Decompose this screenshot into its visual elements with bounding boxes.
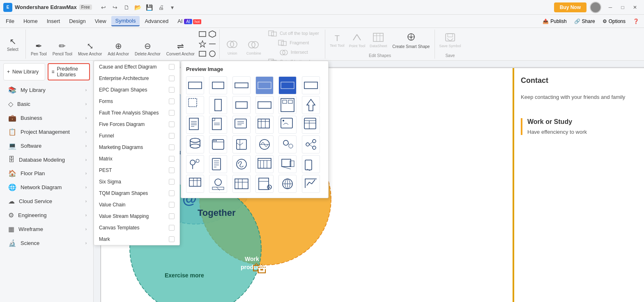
redo-button[interactable]: ↪ — [110, 2, 120, 12]
fragment-button[interactable]: Fragment — [265, 39, 322, 47]
preview-icon-28[interactable] — [255, 155, 274, 173]
preview-icon-15[interactable] — [232, 116, 251, 134]
sidebar-item-science[interactable]: 🔬 Science › — [2, 236, 92, 250]
sidebar-item-wireframe[interactable]: ▦ Wireframe › — [2, 222, 92, 236]
menu-insert[interactable]: Insert — [43, 16, 64, 26]
publish-button[interactable]: 📤 Publish — [539, 17, 570, 25]
more-button[interactable]: ▾ — [168, 2, 177, 12]
dropdown-cause-effect[interactable]: Cause and Effect Diagram — [94, 61, 179, 73]
sidebar-item-project-management[interactable]: 📋 Project Management › — [2, 125, 92, 139]
preview-icon-13[interactable] — [186, 116, 204, 134]
shape-line-icon[interactable] — [208, 39, 217, 48]
intersect-button[interactable]: Intersect — [265, 48, 322, 57]
preview-icon-12[interactable] — [302, 96, 320, 114]
text-tool-button[interactable]: T Text Tool — [328, 33, 347, 49]
dropdown-mark[interactable]: Mark — [94, 233, 179, 245]
shape-rect-icon[interactable] — [198, 30, 207, 39]
cause-effect-checkbox[interactable] — [169, 64, 175, 70]
save-symbol-button[interactable]: Save Symbol — [437, 32, 462, 49]
preview-icon-29[interactable] — [278, 155, 297, 173]
preview-icon-1[interactable] — [186, 76, 204, 94]
dropdown-value-stream[interactable]: Value Stream Mapping — [94, 210, 179, 222]
canvas-checkbox[interactable] — [169, 225, 175, 231]
mark-checkbox[interactable] — [169, 236, 175, 242]
preview-icon-35[interactable] — [278, 175, 297, 193]
preview-icon-4[interactable] — [255, 76, 274, 94]
sidebar-item-business[interactable]: 💼 Business › — [2, 111, 92, 125]
sidebar-item-database-modeling[interactable]: 🗄 Database Modeling › — [2, 153, 92, 166]
sidebar-item-engineering[interactable]: ⚙ Engineering › — [2, 208, 92, 222]
epc-checkbox[interactable] — [169, 87, 175, 93]
preview-icon-6[interactable] — [302, 76, 320, 94]
dropdown-six-sigma[interactable]: Six Sigma — [94, 176, 179, 188]
sidebar-item-network-diagram[interactable]: 🌐 Network Diagram › — [2, 181, 92, 194]
close-button[interactable]: ✕ — [629, 2, 641, 13]
preview-icon-8[interactable] — [209, 96, 227, 114]
pen-tool-button[interactable]: ✒ Pen Tool — [28, 39, 49, 58]
preview-icon-5[interactable] — [278, 76, 297, 94]
value-chain-checkbox[interactable] — [169, 202, 175, 208]
preview-icon-3[interactable] — [232, 76, 251, 94]
datasheet-button[interactable]: DataSheet — [368, 32, 389, 49]
buy-now-button[interactable]: Buy Now — [554, 2, 586, 12]
dropdown-forms[interactable]: Forms — [94, 96, 179, 107]
preview-icon-36[interactable] — [302, 175, 320, 193]
shape-hexagon-icon[interactable] — [208, 30, 217, 39]
sidebar-item-floor-plan[interactable]: 🏠 Floor Plan › — [2, 167, 92, 180]
five-forces-checkbox[interactable] — [169, 121, 175, 127]
dropdown-canvas[interactable]: Canvas Templates — [94, 222, 179, 233]
options-button[interactable]: ⚙ Options — [599, 17, 629, 25]
add-anchor-button[interactable]: ⊕ Add Anchor — [105, 39, 131, 58]
menu-symbols[interactable]: Symbols — [111, 16, 140, 26]
funnel-checkbox[interactable] — [169, 133, 175, 139]
save-file-button[interactable]: 💾 — [145, 2, 154, 12]
preview-icon-34[interactable] — [255, 175, 274, 193]
union-button[interactable]: Union — [222, 39, 243, 57]
six-sigma-checkbox[interactable] — [169, 179, 175, 185]
preview-icon-32[interactable] — [209, 175, 227, 193]
menu-advanced[interactable]: Advanced — [140, 16, 172, 26]
preview-icon-9[interactable] — [232, 96, 251, 114]
sidebar-item-cloud-service[interactable]: ☁ Cloud Service › — [2, 194, 92, 208]
cut-top-button[interactable]: Cut off the top layer — [265, 30, 322, 38]
dropdown-epc[interactable]: EPC Diagram Shapes — [94, 84, 179, 96]
combine-button[interactable]: Combine — [244, 39, 264, 57]
preview-icon-7[interactable] — [186, 96, 204, 114]
preview-icon-16[interactable] — [255, 116, 274, 134]
convert-anchor-button[interactable]: ⇌ Convert Anchor — [164, 39, 197, 58]
menu-ai[interactable]: AI AIhot — [173, 16, 205, 26]
menu-design[interactable]: Design — [65, 16, 90, 26]
preview-icon-21[interactable] — [232, 135, 251, 153]
delete-anchor-button[interactable]: ⊖ Delete Anchor — [132, 39, 163, 58]
shape-star-icon[interactable] — [198, 39, 207, 48]
predefine-libraries-button[interactable]: ≡ Predefine Libraries — [48, 63, 90, 80]
sidebar-item-my-library[interactable]: 📚 My Library › — [2, 83, 92, 97]
dropdown-matrix[interactable]: Matrix — [94, 153, 179, 165]
dropdown-pest[interactable]: PEST — [94, 165, 179, 176]
forms-checkbox[interactable] — [169, 98, 175, 104]
point-tool-button[interactable]: Point Tool — [347, 32, 367, 49]
preview-icon-24[interactable] — [302, 135, 320, 153]
preview-icon-2[interactable] — [209, 76, 227, 94]
preview-icon-23[interactable] — [278, 135, 297, 153]
dropdown-fault-tree[interactable]: Fault Tree Analysis Shapes — [94, 107, 179, 119]
dropdown-value-chain[interactable]: Value Chain — [94, 199, 179, 210]
menu-view[interactable]: View — [91, 16, 110, 26]
preview-icon-14[interactable] — [209, 116, 227, 134]
preview-icon-18[interactable] — [302, 116, 320, 134]
share-button[interactable]: 🔗 Share — [571, 17, 598, 25]
preview-icon-33[interactable] — [232, 175, 251, 193]
dropdown-funnel[interactable]: Funnel — [94, 130, 179, 142]
preview-icon-22[interactable] — [255, 135, 274, 153]
dropdown-enterprise-arch[interactable]: Enterprise Architecture — [94, 73, 179, 84]
tqm-checkbox[interactable] — [169, 190, 175, 196]
maximize-button[interactable]: □ — [617, 2, 628, 13]
dropdown-tqm[interactable]: TQM Diagram Shapes — [94, 188, 179, 199]
move-anchor-button[interactable]: ⤡ Move Anchor — [76, 39, 104, 58]
help-button[interactable]: ❓ — [630, 17, 642, 25]
preview-icon-26[interactable] — [209, 155, 227, 173]
pest-checkbox[interactable] — [169, 167, 175, 173]
dropdown-five-forces[interactable]: Five Forces Diagram — [94, 119, 179, 130]
fault-tree-checkbox[interactable] — [169, 110, 175, 116]
preview-icon-10[interactable] — [255, 96, 274, 114]
